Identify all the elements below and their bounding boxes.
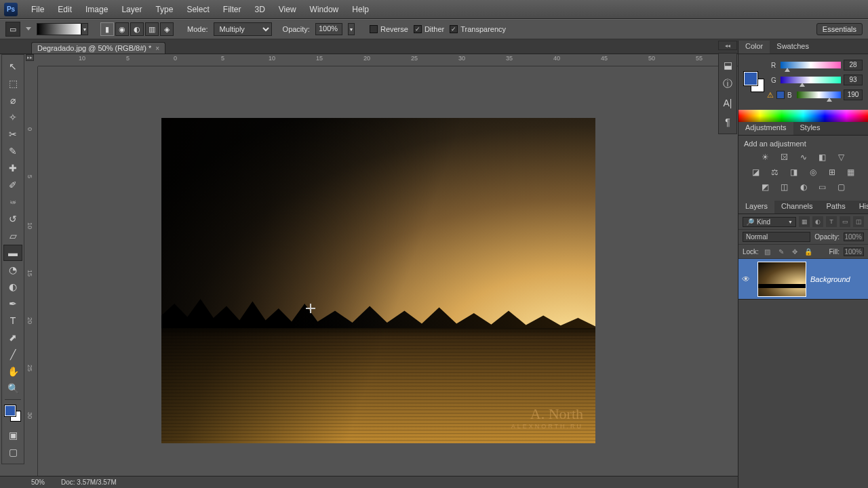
pen-tool[interactable]: ✒: [3, 296, 22, 312]
menu-file[interactable]: File: [24, 5, 51, 14]
adj-channel-mixer-icon[interactable]: ⊞: [826, 167, 838, 178]
menu-select[interactable]: Select: [180, 5, 216, 14]
gradient-linear-button[interactable]: ▮: [100, 22, 114, 36]
lock-transparency-icon[interactable]: ▨: [763, 247, 772, 256]
lock-all-icon[interactable]: 🔒: [804, 247, 813, 256]
g-value[interactable]: 93: [844, 75, 863, 85]
adj-curves-icon[interactable]: ∿: [797, 152, 810, 163]
adj-gradient-map-icon[interactable]: ▭: [816, 182, 829, 192]
adj-invert-icon[interactable]: ◩: [760, 182, 772, 192]
opacity-dropdown[interactable]: ▼: [348, 23, 355, 35]
lock-position-icon[interactable]: ✥: [790, 247, 800, 256]
type-tool[interactable]: T: [3, 312, 22, 329]
dodge-tool[interactable]: ◐: [3, 279, 22, 295]
filter-shape-icon[interactable]: ▭: [840, 216, 850, 227]
menu-type[interactable]: Type: [149, 5, 180, 14]
gradient-picker-dropdown[interactable]: ▼: [81, 23, 88, 35]
filter-type-icon[interactable]: T: [826, 216, 837, 227]
expand-toolbar-icon[interactable]: ▸▸: [26, 54, 34, 61]
b-slider[interactable]: [797, 92, 841, 98]
gradient-tool[interactable]: ▬: [3, 245, 22, 261]
menu-filter[interactable]: Filter: [216, 5, 248, 14]
b-value[interactable]: 190: [844, 89, 863, 100]
close-tab-icon[interactable]: ×: [155, 45, 159, 52]
adj-levels-icon[interactable]: ⮽: [778, 152, 791, 163]
line-tool[interactable]: ╱: [3, 346, 22, 363]
fill-field[interactable]: 100%: [844, 247, 864, 256]
g-slider[interactable]: [781, 77, 841, 83]
marquee-tool[interactable]: ⬚: [3, 75, 22, 92]
layer-filter-kind[interactable]: 🔎 Kind ▼: [743, 217, 796, 227]
eyedropper-tool[interactable]: ✎: [3, 143, 22, 159]
histogram-icon[interactable]: ⬓: [722, 59, 734, 71]
filter-smart-icon[interactable]: ◫: [853, 216, 864, 227]
adj-selective-color-icon[interactable]: ▢: [835, 182, 848, 192]
menu-window[interactable]: Window: [303, 5, 346, 14]
lock-pixels-icon[interactable]: ✎: [776, 247, 786, 256]
color-ramp[interactable]: [738, 110, 868, 122]
move-tool[interactable]: ↖: [3, 58, 22, 75]
layer-visibility-icon[interactable]: 👁: [738, 274, 753, 284]
workspace-switcher[interactable]: Essentials: [816, 23, 863, 35]
adj-color-lookup-icon[interactable]: ▦: [845, 167, 857, 178]
blend-mode-select[interactable]: Normal: [743, 232, 810, 242]
gradient-radial-button[interactable]: ◉: [115, 22, 129, 36]
magic-wand-tool[interactable]: ✧: [3, 109, 22, 125]
blur-tool[interactable]: ◔: [3, 262, 22, 278]
reverse-checkbox[interactable]: [370, 25, 378, 33]
tab-channels[interactable]: Channels: [774, 201, 819, 214]
screen-mode-button[interactable]: ▢: [3, 444, 22, 460]
adj-hue-icon[interactable]: ◪: [750, 167, 762, 178]
menu-3d[interactable]: 3D: [248, 5, 271, 14]
document-tab[interactable]: Degradado.jpg @ 50% (RGB/8#) * ×: [31, 42, 165, 54]
menu-edit[interactable]: Edit: [51, 5, 79, 14]
color-swatches[interactable]: [3, 404, 22, 423]
menu-image[interactable]: Image: [79, 5, 115, 14]
tab-styles[interactable]: Styles: [793, 122, 827, 135]
tool-preset-picker[interactable]: ▭: [5, 22, 20, 37]
dither-checkbox[interactable]: ✓: [414, 25, 422, 33]
quick-mask-button[interactable]: ▣: [3, 427, 22, 443]
layer-thumbnail[interactable]: [757, 262, 806, 297]
info-icon[interactable]: ⓘ: [722, 78, 734, 90]
filter-adjustment-icon[interactable]: ◐: [812, 216, 823, 227]
adj-exposure-icon[interactable]: ◧: [816, 152, 829, 163]
gamut-warning-icon[interactable]: ⚠: [767, 91, 774, 100]
panel-color-swatches[interactable]: [744, 72, 764, 92]
canvas[interactable]: A. North ALEXNORTH.RU: [161, 118, 595, 443]
menu-help[interactable]: Help: [345, 5, 376, 14]
gradient-angle-button[interactable]: ◐: [130, 22, 144, 36]
chevron-down-icon[interactable]: [26, 27, 31, 31]
collapse-panels-icon[interactable]: ◂◂: [718, 41, 737, 50]
crop-tool[interactable]: ✂: [3, 126, 22, 142]
gradient-preview[interactable]: [37, 23, 81, 35]
path-selection-tool[interactable]: ⬈: [3, 329, 22, 346]
menu-layer[interactable]: Layer: [115, 5, 149, 14]
paragraph-icon[interactable]: ¶: [722, 116, 734, 128]
doc-size[interactable]: Doc: 3.57M/3.57M: [61, 479, 117, 486]
adj-photo-filter-icon[interactable]: ◎: [807, 167, 819, 178]
transparency-checkbox[interactable]: ✓: [450, 25, 458, 33]
gradient-reflected-button[interactable]: ▥: [145, 22, 159, 36]
menu-view[interactable]: View: [272, 5, 303, 14]
gradient-diamond-button[interactable]: ◈: [160, 22, 174, 36]
adj-vibrance-icon[interactable]: ▽: [835, 152, 848, 163]
zoom-level[interactable]: 50%: [31, 479, 45, 486]
tab-paths[interactable]: Paths: [820, 201, 852, 214]
adj-color-balance-icon[interactable]: ⚖: [769, 167, 781, 178]
hand-tool[interactable]: ✋: [3, 363, 22, 380]
adj-bw-icon[interactable]: ◨: [788, 167, 800, 178]
filter-pixel-icon[interactable]: ▦: [799, 216, 810, 227]
r-slider[interactable]: [781, 62, 841, 68]
lasso-tool[interactable]: ⌀: [3, 92, 22, 108]
healing-brush-tool[interactable]: ✚: [3, 160, 22, 176]
r-value[interactable]: 28: [844, 60, 863, 70]
adj-threshold-icon[interactable]: ◐: [797, 182, 810, 192]
clone-stamp-tool[interactable]: ⎃: [3, 194, 22, 210]
mode-select[interactable]: Multiply: [214, 22, 272, 36]
brush-tool[interactable]: ✐: [3, 177, 22, 193]
adj-posterize-icon[interactable]: ◫: [778, 182, 791, 192]
foreground-color-swatch[interactable]: [5, 405, 16, 416]
layer-opacity-field[interactable]: 100%: [844, 232, 864, 241]
layer-row[interactable]: 👁 Background: [738, 259, 868, 300]
